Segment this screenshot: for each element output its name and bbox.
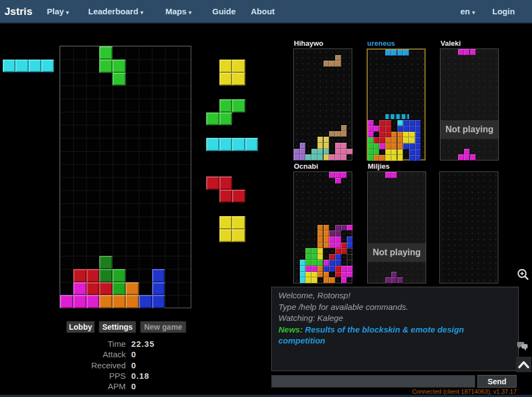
lobby-button[interactable]: Lobby [66, 321, 95, 333]
opponent-board-valeki[interactable]: Not playing [440, 49, 499, 160]
tetromino-cell [464, 49, 470, 55]
tetromino-cell [335, 272, 341, 278]
chat-bubbles-icon[interactable] [516, 340, 529, 352]
stats-panel: Time22.35Attack0Received0PPS0.18APM0 [55, 339, 165, 391]
tetromino-cell [409, 155, 415, 161]
nav-item-about[interactable]: About [251, 0, 275, 23]
tetromino-cell [318, 272, 324, 278]
tetromino-cell [385, 137, 391, 143]
tetromino-cell [87, 269, 100, 282]
tetromino-cell [311, 272, 318, 278]
nav-item-en[interactable]: en▾ [460, 0, 475, 24]
tetromino-cell [329, 237, 335, 243]
tetromino-cell [335, 143, 341, 149]
tetromino-cell [397, 149, 404, 155]
opponent-board-ureneus[interactable] [367, 49, 426, 160]
nav-item-leaderboard[interactable]: Leaderboard▾ [88, 0, 143, 24]
nav-item-maps[interactable]: Maps▾ [165, 0, 191, 24]
tetromino-cell [206, 176, 219, 190]
tetromino-cell [219, 99, 233, 112]
tetromino-cell [318, 243, 324, 249]
tetromino-cell [318, 254, 324, 260]
tetromino-cell [415, 143, 421, 149]
tetromino-cell [294, 154, 300, 160]
opponent-name: Hihaywo [294, 39, 323, 47]
tetromino-cell [385, 126, 391, 132]
chat-message: Watching: Kalege [278, 313, 512, 324]
stat-value: 0 [131, 350, 136, 359]
opponent-board-empty[interactable] [439, 171, 498, 283]
tetromino-cell [403, 137, 409, 143]
new-game-button[interactable]: New game [140, 321, 186, 333]
opponent-board-ocnabi[interactable] [293, 171, 352, 283]
tetromino-cell [335, 243, 341, 249]
tetromino-cell [385, 277, 391, 283]
stat-row-received: Received0 [55, 360, 165, 371]
tetromino-cell [374, 126, 380, 132]
settings-button[interactable]: Settings [99, 321, 136, 333]
tetromino-cell [403, 126, 409, 132]
tetromino-cell [318, 154, 324, 160]
tetromino-cell [403, 50, 409, 56]
tetromino-cell [112, 282, 126, 296]
tetromino-cell [305, 154, 311, 160]
tetromino-cell [391, 277, 397, 283]
news-link[interactable]: Results of the blockskin & emote design … [278, 325, 464, 346]
tetromino-cell [347, 260, 353, 266]
chat-text: Type /help for available commands. [278, 302, 409, 312]
stat-label: Time [55, 339, 126, 348]
opponent-board-miljies[interactable]: Not playing [367, 171, 426, 283]
tetromino-cell [341, 131, 347, 137]
caret-down-icon: ▾ [141, 9, 143, 15]
tetromino-cell [73, 282, 87, 296]
tetromino-cell [470, 49, 476, 55]
tetromino-cell [99, 295, 112, 308]
tetromino-cell [232, 216, 245, 229]
chat-input[interactable] [271, 375, 475, 388]
tetromino-cell [324, 243, 330, 249]
tetromino-cell [112, 269, 126, 282]
tetromino-cell [87, 282, 100, 296]
brand-logo[interactable]: Jstris [4, 0, 33, 23]
nav-item-login[interactable]: Login [492, 0, 515, 23]
tetromino-cell [112, 60, 126, 73]
tetromino-cell [329, 260, 335, 266]
tetromino-cell [470, 154, 476, 160]
tetromino-cell [341, 143, 347, 149]
tetromino-cell [318, 260, 324, 266]
tetromino-cell [206, 138, 219, 151]
zoom-icon[interactable] [517, 268, 530, 281]
tetromino-cell [391, 137, 397, 143]
nav-item-guide[interactable]: Guide [212, 0, 236, 23]
tetromino-cell [219, 60, 233, 73]
nav-item-play[interactable]: Play▾ [47, 0, 69, 24]
opponent-name: Ocnabi [294, 162, 318, 170]
tetromino-cell [341, 248, 347, 254]
opponent-board-hihaywo[interactable] [293, 49, 352, 160]
connection-status: Connected (client 18714063), v1.37.17 [412, 388, 517, 395]
opponent-name: Miljies [368, 162, 390, 170]
tetromino-cell [41, 60, 54, 72]
tetromino-cell [29, 60, 41, 72]
main-game-board [60, 46, 191, 308]
stat-value: 0 [131, 361, 136, 370]
tetromino-cell [300, 149, 306, 155]
tetromino-cell [324, 154, 330, 160]
tetromino-cell [335, 254, 341, 260]
tetromino-cell [464, 149, 470, 155]
send-button[interactable]: Send [477, 375, 517, 388]
tetromino-cell [335, 55, 341, 61]
chevron-up-icon[interactable] [516, 357, 531, 372]
tetromino-cell [324, 272, 330, 278]
tetromino-cell [126, 295, 139, 308]
tetromino-cell [318, 237, 324, 243]
tetromino-cell [305, 254, 311, 260]
tetromino-cell [347, 149, 353, 155]
tetromino-cell [311, 266, 318, 272]
tetromino-cell [368, 149, 374, 155]
tetromino-cell [385, 172, 391, 178]
tetromino-cell [219, 138, 233, 151]
stat-label: Received [55, 361, 126, 370]
tetromino-cell [341, 277, 347, 283]
tetromino-cell [335, 260, 341, 266]
